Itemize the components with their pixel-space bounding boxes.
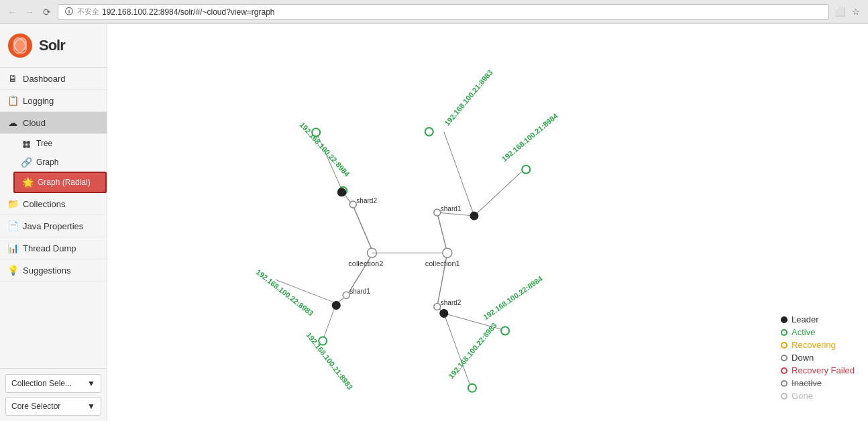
svg-point-42 [319, 337, 327, 345]
svg-point-39 [343, 292, 349, 298]
core-selector-label: Core Selector [11, 402, 60, 411]
sidebar-item-suggestions-label: Suggestions [23, 265, 71, 276]
svg-point-45 [501, 327, 509, 335]
core-selector-arrow: ▼ [87, 402, 95, 411]
legend-gone: Gone [781, 391, 855, 401]
recovering-label: Recovering [792, 340, 836, 350]
sidebar-item-java-properties[interactable]: 📄 Java Properties [0, 215, 107, 237]
recovery-failed-dot [781, 367, 788, 374]
inactive-dot [781, 380, 788, 387]
sidebar-item-thread-dump[interactable]: 📊 Thread Dump [0, 237, 107, 259]
gone-label: Gone [792, 391, 813, 401]
collection-selector[interactable]: Collection Sele... ▼ [5, 374, 101, 393]
svg-point-43 [425, 128, 433, 136]
collection-selector-label: Collection Sele... [11, 379, 72, 388]
svg-point-46 [468, 384, 476, 392]
svg-line-3 [437, 213, 447, 253]
solr-logo-text: Solr [39, 37, 65, 54]
cloud-sub-nav: ▦ Tree 🔗 Graph 🌟 Graph (Radial) [0, 134, 107, 193]
active-label: Active [792, 327, 815, 337]
sidebar-bottom: Collection Sele... ▼ Core Selector ▼ [0, 368, 107, 421]
legend: Leader Active Recovering Down Recovery F… [781, 314, 855, 401]
svg-text:shard1: shard1 [441, 205, 462, 213]
legend-recovery-failed: Recovery Failed [781, 365, 855, 375]
sidebar-item-graph-label: Graph [36, 158, 58, 167]
svg-point-48 [338, 188, 346, 196]
svg-line-8 [474, 169, 525, 216]
svg-text:shard2: shard2 [441, 299, 462, 306]
thread-dump-icon: 📊 [7, 243, 19, 253]
logo-area: Solr [0, 24, 107, 68]
browser-icons: ⬜ ☆ [833, 5, 863, 19]
svg-text:192.168.100.21:8983: 192.168.100.21:8983 [443, 68, 494, 127]
sidebar-item-dashboard-label: Dashboard [23, 74, 66, 84]
svg-point-47 [312, 129, 320, 137]
svg-text:192.168.100.21:8983: 192.168.100.21:8983 [305, 330, 355, 391]
bookmark-button[interactable]: ☆ [849, 5, 863, 19]
sidebar: Solr 🖥 Dashboard 📋 Logging ☁ Cloud ▦ [0, 24, 107, 421]
sidebar-item-dashboard[interactable]: 🖥 Dashboard [0, 68, 107, 90]
graph-canvas[interactable]: 192.168.100.21:8983 192.168.100.21:8984 … [107, 24, 868, 421]
graph-svg: 192.168.100.21:8983 192.168.100.21:8984 … [107, 24, 868, 421]
sidebar-item-graph[interactable]: 🔗 Graph [13, 153, 107, 172]
collections-icon: 📁 [7, 198, 19, 209]
svg-text:shard2: shard2 [356, 197, 377, 204]
svg-point-34 [440, 309, 448, 317]
svg-line-9 [444, 132, 474, 216]
svg-point-25 [443, 248, 452, 257]
java-properties-icon: 📄 [7, 221, 19, 231]
svg-text:192.168.100.22:8983: 192.168.100.22:8983 [255, 267, 315, 317]
sidebar-item-tree-label: Tree [36, 139, 52, 148]
graph-radial-icon: 🌟 [21, 177, 34, 188]
sidebar-item-suggestions[interactable]: 💡 Suggestions [0, 259, 107, 282]
leader-dot [781, 316, 788, 323]
cast-button[interactable]: ⬜ [833, 5, 847, 19]
svg-text:collection1: collection1 [425, 259, 460, 267]
svg-text:collection2: collection2 [348, 259, 383, 267]
url-bar[interactable]: ⓘ 不安全 192.168.100.22:8984/solr/#/~cloud?… [58, 4, 829, 20]
url-text: 192.168.100.22:8984/solr/#/~cloud?view=r… [102, 7, 275, 17]
browser-chrome: ← → ⟳ ⓘ 不安全 192.168.100.22:8984/solr/#/~… [0, 0, 868, 24]
sidebar-item-graph-radial-label: Graph (Radial) [38, 178, 91, 187]
forward-button[interactable]: → [23, 5, 36, 19]
svg-point-32 [434, 303, 441, 310]
svg-point-31 [470, 212, 478, 220]
svg-text:shard1: shard1 [349, 288, 370, 295]
main-layout: Solr 🖥 Dashboard 📋 Logging ☁ Cloud ▦ [0, 24, 868, 421]
sidebar-item-java-properties-label: Java Properties [23, 221, 83, 231]
cloud-icon: ☁ [7, 117, 19, 128]
svg-text:192.168.100.21:8984: 192.168.100.21:8984 [500, 111, 560, 163]
svg-point-44 [522, 166, 530, 174]
collection-selector-arrow: ▼ [87, 379, 95, 388]
content-area: 192.168.100.21:8983 192.168.100.21:8984 … [107, 24, 868, 421]
down-dot [781, 355, 788, 361]
sidebar-item-logging[interactable]: 📋 Logging [0, 90, 107, 112]
svg-text:192.168.100.22:8984: 192.168.100.22:8984 [482, 274, 544, 321]
sidebar-item-collections-label: Collections [23, 199, 66, 209]
down-label: Down [792, 353, 814, 363]
refresh-button[interactable]: ⟳ [40, 5, 54, 19]
inactive-label: Inactive [792, 378, 822, 388]
solr-logo-icon [7, 32, 34, 59]
sidebar-item-tree[interactable]: ▦ Tree [13, 134, 107, 153]
sidebar-item-cloud-label: Cloud [23, 118, 46, 128]
svg-point-35 [349, 201, 356, 208]
core-selector[interactable]: Core Selector ▼ [5, 397, 101, 416]
security-label: 不安全 [77, 7, 99, 17]
svg-point-29 [434, 209, 441, 216]
recovery-failed-label: Recovery Failed [792, 365, 855, 375]
dashboard-icon: 🖥 [7, 73, 19, 84]
gone-dot [781, 393, 788, 400]
svg-line-7 [437, 213, 474, 216]
tree-icon: ▦ [20, 138, 32, 149]
logging-icon: 📋 [7, 95, 19, 106]
sidebar-nav: 🖥 Dashboard 📋 Logging ☁ Cloud ▦ Tree [0, 68, 107, 368]
legend-inactive: Inactive [781, 378, 855, 388]
sidebar-item-cloud[interactable]: ☁ Cloud [0, 112, 107, 134]
sidebar-item-graph-radial[interactable]: 🌟 Graph (Radial) [13, 172, 107, 193]
sidebar-item-thread-dump-label: Thread Dump [23, 243, 76, 253]
suggestions-icon: 💡 [7, 265, 19, 276]
back-button[interactable]: ← [5, 5, 19, 19]
svg-text:192.168.100.22:8984: 192.168.100.22:8984 [299, 121, 352, 179]
sidebar-item-collections[interactable]: 📁 Collections [0, 193, 107, 215]
